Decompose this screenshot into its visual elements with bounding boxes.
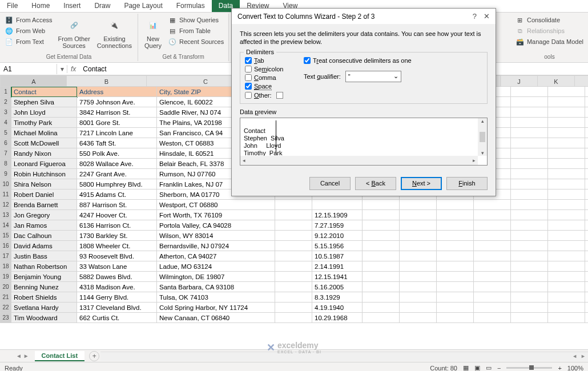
cell-12-I[interactable] (474, 200, 511, 210)
row-header-23[interactable]: 23 (0, 313, 11, 323)
cell-23-C[interactable]: New Canaan, CT 06840 (157, 313, 275, 323)
cell-15-A[interactable]: Dac Calhoun (11, 231, 77, 241)
dialog-close-button[interactable]: ✕ (484, 12, 490, 21)
cell-8-K[interactable] (548, 159, 585, 169)
ribbon-tab-formulas[interactable]: Formulas (170, 0, 212, 12)
cell-1-K[interactable] (548, 87, 585, 97)
cell-1-L[interactable] (585, 87, 588, 97)
cell-12-A[interactable]: Brenda Barnett (11, 200, 77, 210)
text-qualifier-select[interactable]: "⌄ (345, 71, 401, 82)
manage-data-model-button[interactable]: 🗃️Manage Data Model (514, 37, 585, 47)
from-web-button[interactable]: 🌐From Web (3, 26, 54, 36)
cell-22-F[interactable] (363, 303, 400, 313)
row-header-9[interactable]: 9 (0, 169, 11, 179)
cell-7-K[interactable] (548, 148, 585, 159)
cancel-button[interactable]: Cancel (309, 177, 351, 190)
cell-16-L[interactable] (585, 241, 588, 251)
cell-2-A[interactable]: Stephen Silva (11, 97, 77, 107)
cell-15-B[interactable]: 1730 Barkley St. (77, 231, 157, 241)
cell-14-B[interactable]: 6136 Harrison Ct. (77, 220, 157, 231)
cell-4-L[interactable] (585, 118, 588, 128)
cell-7-B[interactable]: 550 Polk Ave. (77, 148, 157, 159)
cell-14-F[interactable] (363, 220, 400, 231)
cell-15-I[interactable] (474, 231, 511, 241)
cell-23-E[interactable]: 10.29.1968 (312, 313, 363, 323)
cell-21-I[interactable] (474, 292, 511, 303)
col-header-B[interactable]: B (67, 75, 147, 87)
col-header-L[interactable]: L (575, 75, 588, 87)
cell-23-F[interactable] (363, 313, 400, 323)
preview-hscroll[interactable]: ◂▸ (240, 156, 478, 165)
cell-18-I[interactable] (474, 261, 511, 272)
cell-19-J[interactable] (511, 272, 548, 282)
zoom-in-button[interactable]: + (558, 365, 561, 372)
cell-21-F[interactable] (363, 292, 400, 303)
cell-22-I[interactable] (474, 303, 511, 313)
view-break-icon[interactable]: ▭ (486, 364, 492, 371)
semicolon-checkbox[interactable]: Semicolon (245, 66, 299, 72)
cell-14-H[interactable] (437, 220, 474, 231)
cell-20-H[interactable] (437, 282, 474, 292)
sheet-tab-contact-list[interactable]: Contact List (35, 351, 85, 361)
cell-17-L[interactable] (585, 251, 588, 261)
cell-18-F[interactable] (363, 261, 400, 272)
cell-4-K[interactable] (548, 118, 585, 128)
cell-22-B[interactable]: 1317 Cleveland Blvd. (77, 303, 157, 313)
cell-10-K[interactable] (548, 179, 585, 189)
cell-15-J[interactable] (511, 231, 548, 241)
cell-15-L[interactable] (585, 231, 588, 241)
existing-connections-button[interactable]: 🔌Existing Connections (95, 15, 134, 50)
cell-10-L[interactable] (585, 179, 588, 189)
comma-checkbox[interactable]: Comma (245, 74, 299, 81)
cell-13-F[interactable] (363, 210, 400, 220)
from-table-button[interactable]: ▤From Table (167, 26, 225, 36)
cell-3-A[interactable]: John Lloyd (11, 107, 77, 118)
cell-21-E[interactable]: 8.3.1929 (312, 292, 363, 303)
sheet-nav[interactable]: ◄ ► (11, 353, 34, 359)
row-header-7[interactable]: 7 (0, 148, 11, 159)
cell-16-H[interactable] (437, 241, 474, 251)
row-header-5[interactable]: 5 (0, 128, 11, 138)
cell-11-B[interactable]: 4915 Adams Ct. (77, 189, 157, 200)
cell-12-G[interactable] (400, 200, 437, 210)
cell-21-A[interactable]: Robert Shields (11, 292, 77, 303)
dialog-help-button[interactable]: ? (473, 12, 477, 21)
cell-16-A[interactable]: David Adams (11, 241, 77, 251)
cell-19-G[interactable] (400, 272, 437, 282)
cell-15-F[interactable] (363, 231, 400, 241)
cell-23-L[interactable] (585, 313, 588, 323)
cell-15-E[interactable]: 9.12.2010 (312, 231, 363, 241)
space-checkbox[interactable]: Space (245, 83, 299, 90)
cell-12-L[interactable] (585, 200, 588, 210)
row-header-12[interactable]: 12 (0, 200, 11, 210)
row-header-10[interactable]: 10 (0, 179, 11, 189)
cell-8-L[interactable] (585, 159, 588, 169)
ribbon-tab-file[interactable]: File (0, 0, 25, 12)
cell-16-I[interactable] (474, 241, 511, 251)
cell-8-A[interactable]: Leonard Figueroa (11, 159, 77, 169)
cell-17-E[interactable]: 10.5.1987 (312, 251, 363, 261)
cell-16-C[interactable]: Bernardsville, NJ 07924 (157, 241, 275, 251)
cell-22-J[interactable] (511, 303, 548, 313)
cell-11-A[interactable]: Robert Daniel (11, 189, 77, 200)
cell-13-L[interactable] (585, 210, 588, 220)
cell-14-E[interactable]: 7.27.1959 (312, 220, 363, 231)
cell-18-C[interactable]: Ladue, MO 63124 (157, 261, 275, 272)
cell-14-A[interactable]: Jan Ramos (11, 220, 77, 231)
cell-23-I[interactable] (474, 313, 511, 323)
cell-20-L[interactable] (585, 282, 588, 292)
cell-12-K[interactable] (548, 200, 585, 210)
cell-15-G[interactable] (400, 231, 437, 241)
add-sheet-button[interactable]: + (89, 351, 99, 361)
cell-10-A[interactable]: Shira Nelson (11, 179, 77, 189)
cell-20-F[interactable] (363, 282, 400, 292)
cell-1-B[interactable]: Address (77, 87, 157, 97)
cell-19-H[interactable] (437, 272, 474, 282)
cell-6-J[interactable] (511, 138, 548, 148)
cell-15-C[interactable]: Wilson, WY 83014 (157, 231, 275, 241)
cell-13-K[interactable] (548, 210, 585, 220)
row-header-2[interactable]: 2 (0, 97, 11, 107)
from-text-button[interactable]: 📄From Text (3, 37, 54, 47)
fx-label[interactable]: fx (67, 65, 79, 73)
consecutive-checkbox[interactable]: Treat consecutive delimiters as one (304, 57, 482, 64)
